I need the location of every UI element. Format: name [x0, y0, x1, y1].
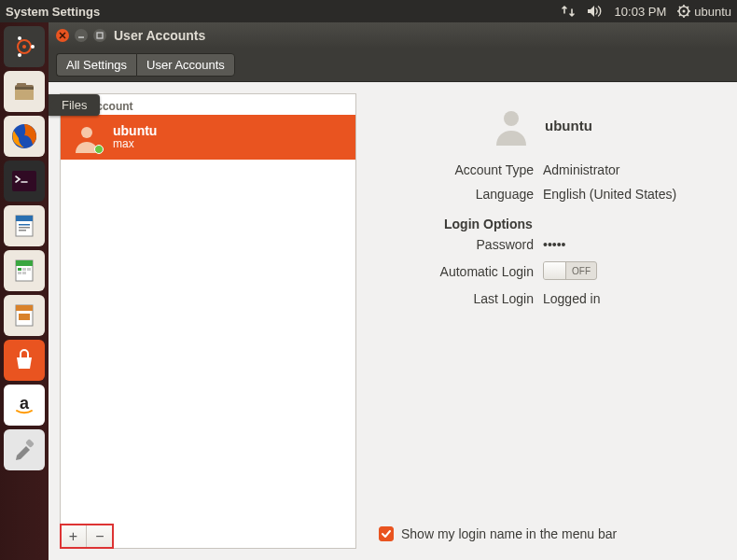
- clock[interactable]: 10:03 PM: [615, 5, 667, 19]
- breadcrumb-all-settings[interactable]: All Settings: [56, 53, 136, 77]
- breadcrumb-current[interactable]: User Accounts: [136, 53, 235, 77]
- svg-rect-15: [19, 224, 30, 226]
- svg-rect-30: [97, 33, 103, 38]
- label-account-type: Account Type: [379, 162, 543, 177]
- window-close-button[interactable]: [56, 29, 69, 42]
- value-last-login: Logged in: [543, 291, 601, 306]
- svg-rect-20: [18, 268, 21, 271]
- account-details-panel: ubuntu Account Type Administrator Langua…: [356, 82, 737, 560]
- remove-account-button[interactable]: −: [87, 525, 113, 548]
- launcher-firefox[interactable]: [4, 116, 45, 157]
- account-display-name: ubuntu: [113, 123, 157, 138]
- show-login-name-row[interactable]: Show my login name in the menu bar: [379, 526, 715, 549]
- svg-text:a: a: [20, 394, 30, 413]
- svg-rect-10: [15, 90, 34, 100]
- launcher-amazon[interactable]: a: [4, 385, 45, 426]
- svg-rect-12: [12, 171, 36, 191]
- svg-point-3: [22, 45, 26, 49]
- maximize-icon: [96, 32, 104, 39]
- settings-window: User Accounts All Settings User Accounts…: [49, 22, 737, 560]
- svg-rect-22: [27, 268, 31, 271]
- gear-icon: [677, 5, 690, 18]
- launcher-dash[interactable]: [4, 26, 45, 67]
- launcher-impress[interactable]: [4, 295, 45, 336]
- add-account-button[interactable]: +: [61, 525, 87, 548]
- label-automatic-login: Automatic Login: [379, 264, 543, 279]
- window-minimize-button[interactable]: [75, 29, 88, 42]
- top-menubar: System Settings 10:03 PM ubuntu: [0, 0, 737, 22]
- show-login-name-label: Show my login name in the menu bar: [401, 526, 617, 541]
- breadcrumb-toolbar: All Settings User Accounts: [49, 49, 737, 82]
- menubar-app-title: System Settings: [6, 5, 100, 19]
- accounts-list-panel: My Account ubuntu max + −: [60, 93, 356, 549]
- status-online-icon: [94, 145, 104, 154]
- launcher-calc[interactable]: [4, 250, 45, 291]
- svg-point-5: [18, 36, 21, 40]
- session-menu[interactable]: ubuntu: [677, 5, 731, 19]
- accounts-section-label: My Account: [61, 94, 355, 115]
- value-account-type[interactable]: Administrator: [543, 162, 619, 177]
- login-options-heading: Login Options: [444, 217, 715, 231]
- svg-point-4: [31, 45, 35, 49]
- svg-rect-23: [18, 272, 21, 274]
- window-maximize-button[interactable]: [93, 29, 106, 42]
- account-large-avatar[interactable]: [491, 105, 532, 146]
- svg-point-31: [81, 127, 92, 138]
- toggle-state-label: OFF: [566, 266, 596, 276]
- account-username[interactable]: ubuntu: [545, 118, 592, 133]
- svg-point-32: [504, 111, 519, 126]
- account-row-selected[interactable]: ubuntu max: [61, 115, 355, 160]
- show-login-name-checkbox[interactable]: [379, 526, 394, 541]
- system-tray: 10:03 PM ubuntu: [561, 5, 731, 19]
- toggle-knob: [544, 262, 566, 279]
- minimize-icon: [77, 32, 85, 39]
- account-avatar: [70, 120, 104, 154]
- launcher-software[interactable]: [4, 340, 45, 381]
- window-titlebar: User Accounts: [49, 22, 737, 49]
- user-icon: [491, 105, 532, 146]
- svg-point-1: [683, 10, 686, 13]
- svg-rect-8: [15, 87, 34, 90]
- svg-rect-24: [22, 272, 26, 274]
- svg-rect-19: [16, 260, 33, 266]
- launcher-settings[interactable]: [4, 429, 45, 470]
- launcher-terminal[interactable]: [4, 161, 45, 202]
- content-area: My Account ubuntu max + −: [49, 82, 737, 560]
- label-language: Language: [379, 187, 543, 202]
- launcher-tooltip: Files: [49, 94, 100, 116]
- svg-rect-16: [19, 227, 30, 229]
- svg-rect-29: [25, 439, 35, 448]
- add-remove-toolbar: + −: [61, 525, 113, 548]
- label-last-login: Last Login: [379, 291, 543, 306]
- svg-point-6: [18, 53, 21, 57]
- svg-rect-27: [19, 314, 30, 320]
- account-real-name: max: [113, 138, 157, 151]
- network-icon[interactable]: [561, 5, 576, 18]
- svg-rect-14: [16, 216, 33, 221]
- check-icon: [381, 528, 392, 539]
- svg-rect-26: [16, 305, 33, 311]
- label-password: Password: [379, 237, 543, 252]
- automatic-login-toggle[interactable]: OFF: [543, 261, 597, 280]
- close-icon: [59, 32, 66, 39]
- svg-rect-17: [19, 230, 26, 231]
- tooltip-label: Files: [62, 98, 87, 112]
- launcher-writer[interactable]: [4, 205, 45, 246]
- launcher-files[interactable]: [4, 71, 45, 112]
- sound-icon[interactable]: [587, 5, 604, 18]
- account-header: ubuntu: [491, 105, 715, 146]
- value-language[interactable]: English (United States): [543, 187, 676, 202]
- svg-rect-21: [22, 268, 26, 271]
- window-title: User Accounts: [114, 28, 205, 43]
- svg-rect-9: [17, 83, 26, 87]
- value-password[interactable]: •••••: [543, 237, 566, 252]
- session-user-label: ubuntu: [694, 5, 731, 19]
